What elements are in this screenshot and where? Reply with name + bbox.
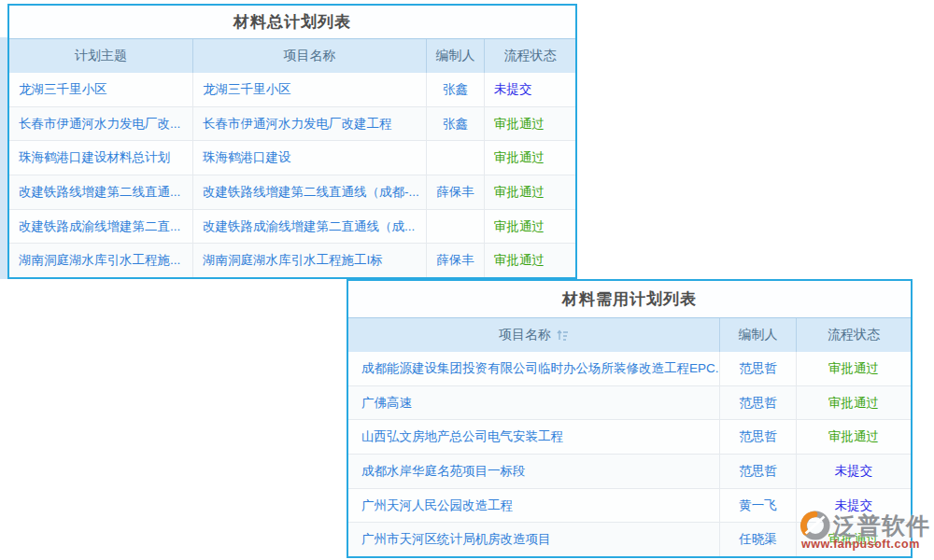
background-edge-strip (0, 37, 7, 279)
status-cell[interactable]: 审批通过 (485, 244, 575, 277)
creator-cell: 范思哲 (720, 352, 797, 385)
status-cell[interactable]: 审批通过 (797, 523, 911, 556)
table2-header-row: 项目名称 编制人 流程状态 (348, 317, 911, 352)
creator-cell (427, 210, 485, 244)
table-row: 广州天河人民公园改造工程 黄一飞 未提交 (348, 488, 911, 523)
plan-subject-link[interactable]: 改建铁路线增建第二线直通... (9, 175, 193, 209)
table2-header-creator[interactable]: 编制人 (720, 318, 797, 352)
material-demand-plan-table: 材料需用计划列表 项目名称 编制人 流程状态 成都能源建设集团投资有限公司临时办… (347, 279, 913, 558)
project-name-link[interactable]: 珠海鹤港口建设 (193, 141, 427, 175)
project-name-link[interactable]: 山西弘文房地产总公司电气安装工程 (348, 420, 720, 454)
table-row: 改建铁路线增建第二线直通... 改建铁路线增建第二线直通线（成都-... 薛保丰… (9, 175, 575, 209)
table1-header-row: 计划主题 项目名称 编制人 流程状态 (9, 38, 575, 73)
creator-cell: 张鑫 (427, 73, 485, 106)
table2-title-bar: 材料需用计划列表 (348, 281, 911, 317)
table1-header-creator[interactable]: 编制人 (427, 39, 485, 73)
material-total-plan-table: 材料总计划列表 计划主题 项目名称 编制人 流程状态 龙湖三千里小区 龙湖三千里… (7, 4, 577, 279)
table2-body: 成都能源建设集团投资有限公司临时办公场所装修改造工程EPC... 范思哲 审批通… (348, 352, 911, 556)
table2-title: 材料需用计划列表 (562, 288, 697, 310)
status-cell[interactable]: 审批通过 (797, 352, 911, 385)
table-row: 成都水岸华庭名苑项目一标段 范思哲 未提交 (348, 454, 911, 488)
table-row: 改建铁路成渝线增建第二直... 改建铁路成渝线增建第二直通线（成... 审批通过 (9, 209, 575, 244)
table-row: 山西弘文房地产总公司电气安装工程 范思哲 审批通过 (348, 419, 911, 454)
creator-cell: 范思哲 (720, 386, 797, 420)
creator-cell (427, 141, 485, 175)
project-name-link[interactable]: 改建铁路成渝线增建第二直通线（成... (193, 210, 427, 244)
table1-title-bar: 材料总计划列表 (9, 6, 575, 38)
plan-subject-link[interactable]: 长春市伊通河水力发电厂改... (9, 107, 193, 141)
status-cell[interactable]: 未提交 (797, 489, 911, 523)
table2-header-status[interactable]: 流程状态 (797, 318, 911, 352)
status-cell[interactable]: 审批通过 (797, 386, 911, 420)
plan-subject-link[interactable]: 湖南洞庭湖水库引水工程施... (9, 244, 193, 277)
table-row: 湖南洞庭湖水库引水工程施... 湖南洞庭湖水库引水工程施工I标 薛保丰 审批通过 (9, 243, 575, 277)
creator-cell: 范思哲 (720, 420, 797, 454)
status-cell[interactable]: 审批通过 (485, 175, 575, 209)
status-cell[interactable]: 未提交 (485, 73, 575, 106)
status-cell[interactable]: 审批通过 (797, 420, 911, 454)
table-row: 长春市伊通河水力发电厂改... 长春市伊通河水力发电厂改建工程 张鑫 审批通过 (9, 106, 575, 141)
project-name-link[interactable]: 龙湖三千里小区 (193, 73, 427, 106)
table1-body: 龙湖三千里小区 龙湖三千里小区 张鑫 未提交 长春市伊通河水力发电厂改... 长… (9, 73, 575, 277)
creator-cell: 黄一飞 (720, 489, 797, 523)
table-row: 广州市天河区统计局机房改造项目 任晓渠 审批通过 (348, 522, 911, 556)
project-name-link[interactable]: 湖南洞庭湖水库引水工程施工I标 (193, 244, 427, 277)
status-cell[interactable]: 审批通过 (485, 141, 575, 175)
table1-header-subject[interactable]: 计划主题 (9, 39, 193, 73)
creator-cell: 薛保丰 (427, 244, 485, 277)
status-cell[interactable]: 未提交 (797, 455, 911, 488)
plan-subject-link[interactable]: 改建铁路成渝线增建第二直... (9, 210, 193, 244)
table-row: 珠海鹤港口建设材料总计划 珠海鹤港口建设 审批通过 (9, 140, 575, 175)
project-name-link[interactable]: 成都水岸华庭名苑项目一标段 (348, 455, 720, 488)
project-name-link[interactable]: 广州市天河区统计局机房改造项目 (348, 523, 720, 556)
table1-title: 材料总计划列表 (234, 11, 351, 33)
table-row: 广佛高速 范思哲 审批通过 (348, 385, 911, 420)
project-name-link[interactable]: 成都能源建设集团投资有限公司临时办公场所装修改造工程EPC... (348, 352, 720, 385)
project-name-link[interactable]: 改建铁路线增建第二线直通线（成都-... (193, 175, 427, 209)
project-name-link[interactable]: 长春市伊通河水力发电厂改建工程 (193, 107, 427, 141)
status-cell[interactable]: 审批通过 (485, 107, 575, 141)
creator-cell: 张鑫 (427, 107, 485, 141)
creator-cell: 任晓渠 (720, 523, 797, 556)
creator-cell: 范思哲 (720, 455, 797, 488)
table1-header-project[interactable]: 项目名称 (193, 39, 427, 73)
table1-header-status[interactable]: 流程状态 (485, 39, 575, 73)
sort-ascending-icon[interactable] (557, 329, 569, 341)
table2-header-project[interactable]: 项目名称 (348, 318, 720, 352)
project-name-link[interactable]: 广州天河人民公园改造工程 (348, 489, 720, 523)
table-row: 龙湖三千里小区 龙湖三千里小区 张鑫 未提交 (9, 73, 575, 106)
creator-cell: 薛保丰 (427, 175, 485, 209)
plan-subject-link[interactable]: 珠海鹤港口建设材料总计划 (9, 141, 193, 175)
status-cell[interactable]: 审批通过 (485, 210, 575, 244)
table-row: 成都能源建设集团投资有限公司临时办公场所装修改造工程EPC... 范思哲 审批通… (348, 352, 911, 385)
project-name-link[interactable]: 广佛高速 (348, 386, 720, 420)
plan-subject-link[interactable]: 龙湖三千里小区 (9, 73, 193, 106)
